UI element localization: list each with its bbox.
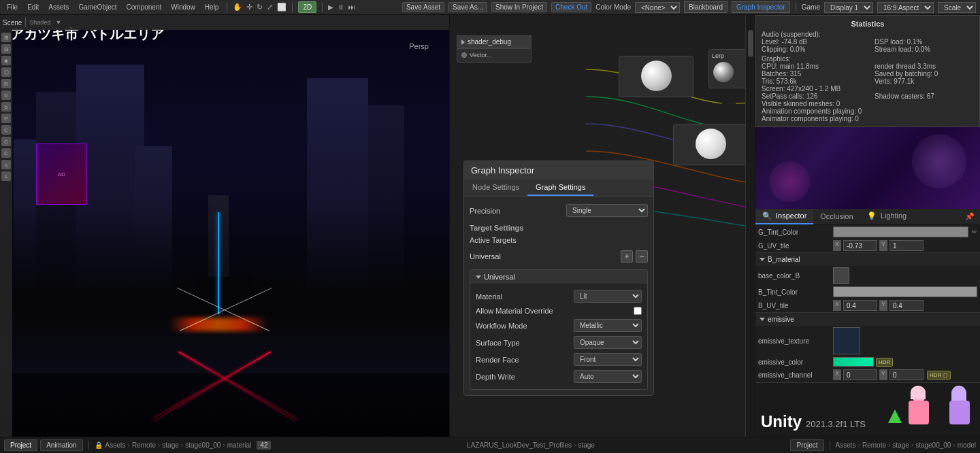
emissive-color-row: emissive_color HDR — [755, 356, 980, 368]
gi-tab-node-settings[interactable]: Node Settings — [464, 180, 527, 196]
add-target-button[interactable]: + — [621, 250, 633, 263]
scroll-bar-right[interactable] — [745, 15, 755, 437]
lock-icon: 🔒 — [95, 441, 103, 449]
pause-icon[interactable]: ⏸ — [338, 3, 344, 11]
tool-hand[interactable]: ✋ — [233, 3, 242, 12]
scene-icon-11[interactable]: C — [1, 148, 11, 158]
scene-icon-9[interactable]: C — [1, 125, 11, 135]
universal-section: Universal Material Lit — [470, 269, 648, 390]
node-shader-debug[interactable]: shader_debug — [457, 35, 532, 48]
graph-inspector-button[interactable]: Graph Inspector — [732, 1, 790, 13]
shading-mode: ▼ — [55, 19, 61, 26]
save-asset-button[interactable]: Save Asset — [402, 2, 444, 12]
ec-y-field[interactable]: 0 — [889, 369, 924, 380]
remove-target-button[interactable]: − — [636, 250, 648, 263]
precision-dropdown[interactable]: Single — [566, 204, 648, 217]
window-menu[interactable]: Window — [168, 2, 198, 12]
tab-inspector[interactable]: 🔍 Inspector — [755, 209, 813, 224]
occlusion-tab-label: Occlusion — [820, 212, 853, 220]
batches-text: Batches: 315 — [762, 70, 861, 78]
precision-row: Precision Single — [470, 202, 648, 219]
assets-menu[interactable]: Assets — [46, 2, 71, 12]
scene-icon-2[interactable]: ⊟ — [1, 44, 11, 54]
tool-move[interactable]: ✛ — [246, 3, 252, 12]
scene-icon-6[interactable]: b — [1, 90, 11, 100]
emissive-header[interactable]: emissive — [755, 312, 980, 326]
edit-menu[interactable]: Edit — [24, 2, 42, 12]
scene-icon-10[interactable]: C — [1, 137, 11, 146]
tab-project-left[interactable]: Project — [4, 439, 37, 451]
step-icon[interactable]: ⏭ — [348, 3, 355, 11]
b-material-header[interactable]: B_material — [755, 252, 980, 266]
workflow-mode-dropdown[interactable]: Metallic — [574, 319, 642, 332]
scene-icon-8[interactable]: P — [1, 114, 11, 123]
scroll-thumb[interactable] — [748, 30, 753, 57]
inspector-tab-bar: 🔍 Inspector Occlusion 💡 Lighting 📌 — [755, 209, 980, 225]
stats-g-col3: Batches: 315 — [762, 70, 861, 78]
b-uv-tile-value: X 0.4 Y 0.4 — [833, 300, 977, 311]
universal-header[interactable]: Universal — [470, 270, 647, 284]
ec-x-field[interactable]: 0 — [843, 369, 877, 380]
tab-animation-left[interactable]: Animation — [40, 439, 82, 451]
tab-occlusion[interactable]: Occlusion — [813, 209, 860, 224]
bc-assets-r: Assets — [836, 441, 856, 449]
allow-override-label: Allow Material Override — [476, 307, 553, 315]
scene-icon-1[interactable]: ⊞ — [1, 33, 11, 42]
help-menu[interactable]: Help — [202, 2, 222, 12]
emissive-texture-label: emissive_texture — [758, 337, 833, 345]
b-tint-color-field[interactable] — [833, 286, 977, 297]
blackboard-button[interactable]: Blackboard — [684, 1, 728, 13]
g-uv-x-field[interactable]: -0.73 — [843, 240, 877, 251]
file-menu[interactable]: File — [4, 2, 20, 12]
tool-rect[interactable]: ⬜ — [277, 3, 287, 12]
tab-project-right[interactable]: Project — [790, 439, 823, 451]
material-dropdown[interactable]: Lit — [574, 290, 642, 303]
render-face-dropdown[interactable]: Front — [574, 353, 642, 366]
base-color-b-texture[interactable] — [833, 267, 849, 284]
emissive-texture-thumb[interactable] — [833, 327, 860, 354]
tool-scale[interactable]: ⤢ — [267, 3, 273, 12]
scene-icon-7[interactable]: b — [1, 102, 11, 112]
tool-rotate[interactable]: ↻ — [257, 3, 263, 12]
color-mode-dropdown[interactable]: <None> — [635, 2, 680, 13]
show-in-project-button[interactable]: Show In Project — [491, 2, 547, 12]
shader-graph-canvas[interactable]: R_UV_tile Vector... G_material — [450, 15, 755, 437]
surface-type-dropdown[interactable]: Opaque — [574, 336, 642, 349]
material-row: Material Lit — [476, 288, 642, 305]
g-tint-color-field[interactable] — [833, 227, 968, 237]
scene-icon-12[interactable]: s — [1, 160, 11, 169]
b-uv-y-field[interactable]: 0.4 — [889, 300, 924, 311]
gameobject-menu[interactable]: GameObject — [76, 2, 119, 12]
gi-tab-graph-settings[interactable]: Graph Settings — [527, 180, 593, 196]
tab-lighting[interactable]: 💡 Lighting — [860, 209, 914, 224]
separator — [796, 3, 796, 12]
pin-button[interactable]: 📌 — [960, 209, 980, 224]
scene-icon-13[interactable]: s — [1, 171, 11, 181]
g-uv-y-field[interactable]: 1 — [889, 240, 924, 251]
check-out-button[interactable]: Check Out — [551, 2, 591, 12]
save-as-button[interactable]: Save As... — [448, 2, 487, 12]
depth-write-dropdown[interactable]: Auto — [574, 370, 642, 383]
scale-dropdown[interactable]: Scale — [938, 2, 976, 13]
visible-skinned-text: Visible skinned meshes: 0 — [762, 100, 974, 107]
mode-2d-button[interactable]: 2D — [298, 1, 316, 13]
b-tint-color-value — [833, 286, 977, 297]
component-menu[interactable]: Component — [124, 2, 165, 12]
edit-icon[interactable]: ✏ — [972, 229, 977, 235]
universal-body: Material Lit Allow Material Override — [470, 284, 647, 389]
scene-icon-3[interactable]: ◈ — [1, 56, 11, 65]
active-targets-label: Active Targets — [470, 236, 517, 244]
inspector-tab-label: Inspector — [776, 212, 806, 220]
scene-icon-4[interactable]: ⬡ — [1, 67, 11, 77]
g-uv-tile-label: G_UV_tile — [758, 242, 833, 250]
sep — [25, 18, 26, 27]
aspect-dropdown[interactable]: 16:9 Aspect — [877, 2, 934, 13]
allow-override-checkbox[interactable] — [634, 307, 642, 315]
scene-view[interactable]: AD Scene — [0, 15, 449, 437]
b-uv-x-field[interactable]: 0.4 — [843, 300, 877, 311]
scene-icon-5[interactable]: R — [1, 79, 11, 88]
emissive-color-swatch[interactable] — [833, 357, 874, 367]
shader-graph-panel[interactable]: R_UV_tile Vector... G_material — [449, 15, 755, 437]
play-icon[interactable]: ▶ — [328, 3, 333, 11]
display-dropdown[interactable]: Display 1 — [824, 2, 873, 13]
